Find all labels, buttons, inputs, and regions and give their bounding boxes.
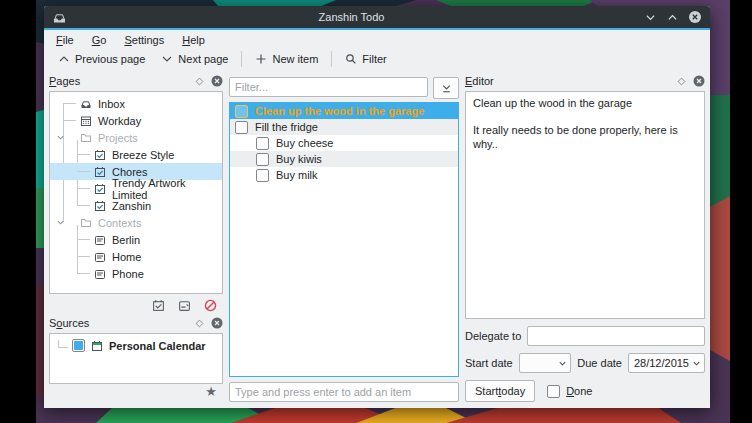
close-panel-icon[interactable] [211, 317, 223, 329]
tree-item-phone[interactable]: Phone [50, 265, 222, 282]
tree-item-label: Contexts [98, 217, 141, 229]
sources-list: Personal Calendar [49, 333, 223, 384]
quick-add-input[interactable] [229, 382, 459, 402]
tree-item-label: Home [112, 251, 141, 263]
float-panel-icon[interactable] [194, 318, 205, 329]
menu-go[interactable]: Go [86, 33, 113, 47]
titlebar[interactable]: Zanshin Todo [44, 6, 710, 28]
chevron-up-icon [58, 53, 70, 65]
tree-item-berlin[interactable]: Berlin [50, 231, 222, 248]
expander-chevron-icon[interactable] [56, 218, 65, 227]
dates-row: Start date Due date 28/12/2015 [465, 353, 705, 373]
tree-item-zanshin[interactable]: Zanshin [50, 197, 222, 214]
due-date-value: 28/12/2015 [634, 357, 689, 369]
float-panel-icon[interactable] [194, 76, 205, 87]
tree-item-label: Phone [112, 268, 144, 280]
folder-icon [80, 217, 92, 229]
todo-checkbox[interactable] [256, 137, 269, 150]
toolbar-separator [331, 51, 332, 67]
toolbar: Previous page Next page New item Filter [44, 48, 710, 70]
tree-item-label: Berlin [112, 234, 140, 246]
tree-item-breeze-style[interactable]: Breeze Style [50, 146, 222, 163]
todo-checkbox[interactable] [235, 105, 248, 118]
next-page-label: Next page [178, 53, 228, 65]
tree-item-label: Inbox [98, 98, 125, 110]
start-date-combobox[interactable] [519, 353, 572, 373]
wallpaper-triangle [708, 95, 730, 207]
left-dock: Pages Inbox Wor [49, 72, 223, 402]
menu-settings[interactable]: Settings [118, 33, 170, 47]
source-item-personal-calendar[interactable]: Personal Calendar [50, 339, 222, 352]
done-checkbox[interactable] [547, 385, 560, 398]
start-today-button[interactable]: Start today [465, 380, 535, 402]
previous-page-label: Previous page [75, 53, 145, 65]
todo-item[interactable]: Buy cheese [230, 135, 458, 151]
close-button[interactable] [687, 10, 702, 25]
due-date-label: Due date [577, 357, 622, 369]
minimize-button[interactable] [643, 10, 658, 25]
editor-text-area[interactable]: Clean up the wood in the garage It reall… [465, 91, 705, 319]
tree-item-contexts[interactable]: Contexts [50, 214, 222, 231]
todo-label: Buy kiwis [276, 153, 322, 165]
new-item-button[interactable]: New item [247, 50, 326, 68]
close-panel-icon[interactable] [211, 75, 223, 87]
tree-item-trendy-artwork-limited[interactable]: Trendy Artwork Limited [50, 180, 222, 197]
todo-item[interactable]: Fill the fridge [230, 119, 458, 135]
close-panel-icon[interactable] [693, 75, 705, 87]
todo-label: Clean up the wood in the garage [255, 105, 424, 117]
previous-page-button[interactable]: Previous page [50, 50, 153, 68]
new-context-button[interactable] [178, 299, 191, 312]
sources-footer: ★ [49, 384, 223, 402]
filter-button[interactable]: Filter [337, 50, 394, 68]
todo-label: Buy milk [276, 169, 318, 181]
expander-chevron-icon[interactable] [56, 133, 65, 142]
menu-file[interactable]: File [50, 33, 80, 47]
editor-actions-row: Start today Done [465, 380, 705, 402]
filter-input[interactable] [229, 77, 428, 97]
todo-label: Buy cheese [276, 137, 333, 149]
done-label: Done [566, 385, 592, 397]
tree-item-label: Projects [98, 132, 138, 144]
next-page-button[interactable]: Next page [153, 50, 236, 68]
todo-item[interactable]: Buy kiwis [230, 151, 458, 167]
todo-checkbox[interactable] [235, 121, 248, 134]
float-panel-icon[interactable] [676, 76, 687, 87]
menu-help[interactable]: Help [176, 33, 211, 47]
editor-panel-header: Editor [465, 72, 705, 90]
delegate-row: Delegate to [465, 326, 705, 346]
tree-item-projects[interactable]: Projects [50, 129, 222, 146]
tree-item-inbox[interactable]: Inbox [50, 95, 222, 112]
pages-panel: Pages Inbox Wor [49, 72, 223, 314]
main-area: Pages Inbox Wor [44, 70, 710, 408]
remove-page-button[interactable] [204, 299, 217, 312]
default-source-star-icon[interactable]: ★ [205, 386, 217, 398]
app-window: Zanshin Todo File Go Settings Help Previ… [44, 6, 710, 408]
todo-item[interactable]: Buy milk [230, 167, 458, 183]
chevron-down-icon [161, 53, 173, 65]
todo-column: Clean up the wood in the garage Fill the… [229, 72, 459, 402]
todo-item[interactable]: Clean up the wood in the garage [230, 103, 458, 119]
sources-panel-header: Sources [49, 314, 223, 332]
tree-item-workday[interactable]: Workday [50, 112, 222, 129]
task-icon [94, 149, 106, 161]
pages-panel-header: Pages [49, 72, 223, 90]
due-date-combobox[interactable]: 28/12/2015 [628, 353, 705, 373]
editor-dock: Editor Clean up the wood in the garage I… [465, 72, 705, 402]
task-icon [94, 200, 106, 212]
tag-icon [94, 234, 106, 246]
todo-checkbox[interactable] [256, 169, 269, 182]
maximize-button[interactable] [665, 10, 680, 25]
filter-options-button[interactable] [433, 77, 459, 99]
tree-item-home[interactable]: Home [50, 248, 222, 265]
todo-checkbox[interactable] [256, 153, 269, 166]
new-project-button[interactable] [152, 299, 165, 312]
toolbar-separator [241, 51, 242, 67]
quick-add-row [229, 382, 459, 402]
source-checkbox[interactable] [72, 339, 85, 352]
delegate-label: Delegate to [465, 330, 521, 342]
chevron-down-icon [692, 359, 701, 368]
plus-icon [255, 53, 267, 65]
delegate-input[interactable] [527, 326, 705, 346]
tag-icon [94, 251, 106, 263]
editor-body-line: It really needs to be done properly, her… [473, 124, 697, 152]
